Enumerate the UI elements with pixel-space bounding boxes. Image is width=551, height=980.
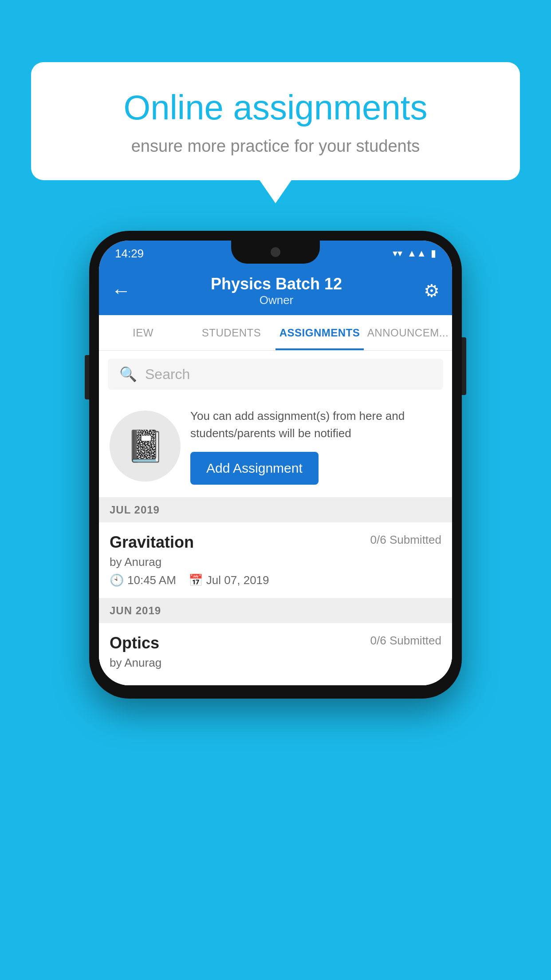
speech-bubble: Online assignments ensure more practice … xyxy=(31,62,520,180)
info-card: 📓 You can add assignment(s) from here an… xyxy=(99,398,452,498)
app-bar: ← Physics Batch 12 Owner ⚙ xyxy=(99,266,452,315)
phone-notch xyxy=(231,241,320,264)
assignment-submitted-optics: 0/6 Submitted xyxy=(370,634,441,648)
app-bar-subtitle: Owner xyxy=(140,293,413,307)
notebook-icon: 📓 xyxy=(126,428,165,464)
assignment-name-optics: Optics xyxy=(110,634,159,652)
back-button[interactable]: ← xyxy=(111,280,131,302)
search-bar[interactable]: 🔍 Search xyxy=(108,359,443,390)
status-icons: ▾▾ ▲▲ ▮ xyxy=(393,248,436,259)
phone-button-right xyxy=(462,337,466,395)
phone-screen: 14:29 ▾▾ ▲▲ ▮ ← Physics Batch 12 Owner ⚙ xyxy=(99,241,452,685)
assignment-by-optics: by Anurag xyxy=(110,656,441,670)
assignment-gravitation[interactable]: Gravitation 0/6 Submitted by Anurag 🕙 10… xyxy=(99,522,452,598)
assignment-date: 📅 Jul 07, 2019 xyxy=(189,573,269,587)
info-text-group: You can add assignment(s) from here and … xyxy=(190,407,441,485)
add-assignment-button[interactable]: Add Assignment xyxy=(190,452,319,485)
tab-announcements[interactable]: ANNOUNCEM... xyxy=(364,315,452,350)
clock-icon: 🕙 xyxy=(110,573,124,587)
tab-students[interactable]: STUDENTS xyxy=(187,315,276,350)
signal-icon: ▲▲ xyxy=(407,248,426,259)
assignment-header-row-optics: Optics 0/6 Submitted xyxy=(110,634,441,652)
wifi-icon: ▾▾ xyxy=(393,248,402,259)
assignment-submitted-gravitation: 0/6 Submitted xyxy=(370,533,441,547)
app-bar-title: Physics Batch 12 xyxy=(140,275,413,293)
speech-bubble-container: Online assignments ensure more practice … xyxy=(31,62,520,180)
phone-frame: 14:29 ▾▾ ▲▲ ▮ ← Physics Batch 12 Owner ⚙ xyxy=(89,231,462,699)
tab-iew[interactable]: IEW xyxy=(99,315,187,350)
app-bar-title-group: Physics Batch 12 Owner xyxy=(140,275,413,307)
section-header-jul: JUL 2019 xyxy=(99,498,452,522)
assignment-optics[interactable]: Optics 0/6 Submitted by Anurag xyxy=(99,623,452,685)
search-bar-wrapper: 🔍 Search xyxy=(99,351,452,398)
assignment-name-gravitation: Gravitation xyxy=(110,533,194,552)
assignment-meta-gravitation: 🕙 10:45 AM 📅 Jul 07, 2019 xyxy=(110,573,441,587)
assignment-header-row: Gravitation 0/6 Submitted xyxy=(110,533,441,552)
camera-dot xyxy=(271,247,280,257)
tab-assignments[interactable]: ASSIGNMENTS xyxy=(276,315,364,350)
search-icon: 🔍 xyxy=(119,366,137,383)
assignment-time: 🕙 10:45 AM xyxy=(110,573,176,587)
tabs-bar: IEW STUDENTS ASSIGNMENTS ANNOUNCEM... xyxy=(99,315,452,351)
info-description: You can add assignment(s) from here and … xyxy=(190,407,441,442)
phone-wrapper: 14:29 ▾▾ ▲▲ ▮ ← Physics Batch 12 Owner ⚙ xyxy=(89,231,462,699)
content-area: 🔍 Search 📓 You can add assignment(s) fro… xyxy=(99,351,452,685)
battery-icon: ▮ xyxy=(431,248,436,259)
search-placeholder: Search xyxy=(145,366,190,383)
assignment-by-gravitation: by Anurag xyxy=(110,555,441,569)
phone-button-left xyxy=(85,355,89,399)
assignment-icon-circle: 📓 xyxy=(110,411,181,482)
calendar-icon: 📅 xyxy=(189,573,203,587)
section-header-jun: JUN 2019 xyxy=(99,598,452,623)
bubble-title: Online assignments xyxy=(62,89,489,127)
status-time: 14:29 xyxy=(115,247,144,261)
settings-icon[interactable]: ⚙ xyxy=(424,281,440,301)
bubble-subtitle: ensure more practice for your students xyxy=(62,137,489,156)
